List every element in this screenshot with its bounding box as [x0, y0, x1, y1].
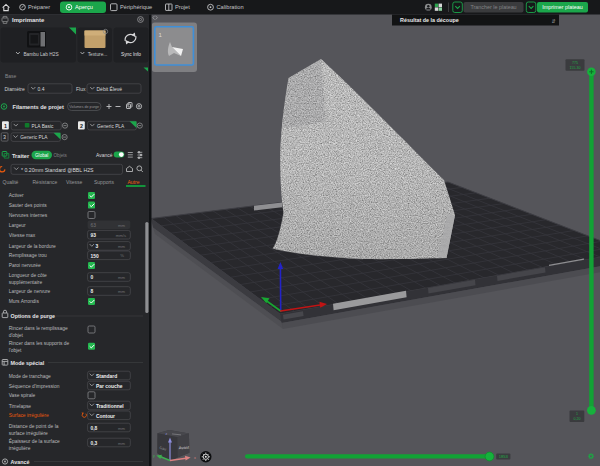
svg-text:0,8: 0,8: [91, 426, 98, 431]
svg-text:mm: mm: [118, 426, 125, 431]
svg-text:3: 3: [96, 244, 99, 249]
svg-text:Longueur de côte: Longueur de côte: [9, 273, 47, 278]
svg-text:Largeur de la bordure: Largeur de la bordure: [9, 244, 56, 249]
svg-text:93: 93: [91, 233, 97, 238]
svg-text:Vitesse: Vitesse: [66, 179, 83, 185]
svg-text:PLA Basic: PLA Basic: [32, 124, 54, 129]
svg-text:Generic PLA: Generic PLA: [97, 124, 125, 129]
svg-text:Objets: Objets: [54, 153, 68, 158]
svg-text:1853: 1853: [499, 454, 509, 459]
svg-text:Avant: Avant: [179, 445, 191, 451]
svg-text:* 0.20mm Standard @BBL H2S: * 0.20mm Standard @BBL H2S: [21, 167, 94, 173]
svg-text:8: 8: [91, 289, 94, 294]
svg-text:Sauter des points: Sauter des points: [9, 203, 48, 208]
svg-text:y: y: [153, 454, 155, 458]
svg-text:x: x: [194, 456, 196, 460]
svg-text:Texture...: Texture...: [88, 52, 108, 57]
svg-text:Paroi nervurée: Paroi nervurée: [9, 263, 41, 268]
svg-text:Débit Élevé: Débit Élevé: [97, 86, 123, 92]
svg-text:Préparer: Préparer: [28, 4, 50, 10]
svg-text:Contour: Contour: [96, 414, 115, 419]
svg-text:775: 775: [572, 61, 578, 65]
svg-text:Bambu Lab H2S: Bambu Lab H2S: [23, 52, 58, 57]
svg-text:Vase spirale: Vase spirale: [9, 393, 36, 398]
svg-text:mm/s: mm/s: [116, 233, 126, 238]
svg-text:Filaments de projet: Filaments de projet: [13, 104, 64, 110]
svg-text:Largeur: Largeur: [9, 223, 26, 228]
svg-text:Diamètre: Diamètre: [5, 86, 26, 92]
svg-text:Trancher le plateau: Trancher le plateau: [470, 4, 516, 10]
svg-text:l'objet: l'objet: [9, 348, 22, 353]
svg-text:Séquence d'impression: Séquence d'impression: [9, 384, 60, 389]
svg-text:Périphérique: Périphérique: [120, 4, 152, 10]
svg-text:Options de purge: Options de purge: [11, 313, 56, 319]
svg-text:Distance de point de la: Distance de point de la: [9, 424, 59, 429]
svg-text:mm: mm: [118, 441, 125, 446]
svg-text:⇵: ⇵: [552, 18, 556, 24]
svg-text:1: 1: [576, 412, 578, 416]
svg-text:150: 150: [91, 254, 99, 259]
svg-text:Standard: Standard: [96, 374, 117, 379]
svg-text:Mode spécial: Mode spécial: [11, 360, 45, 366]
svg-text:Generic PLA: Generic PLA: [20, 135, 48, 140]
svg-text:155.30: 155.30: [570, 66, 581, 70]
svg-text:Sync Info: Sync Info: [121, 52, 141, 57]
svg-text:Traditionnel: Traditionnel: [96, 404, 124, 409]
svg-text:surface irrégulière: surface irrégulière: [9, 431, 48, 436]
svg-text:Résultat de la découpe: Résultat de la découpe: [400, 17, 459, 23]
svg-text:0,20: 0,20: [573, 417, 580, 421]
svg-text:Activer: Activer: [9, 193, 24, 198]
svg-text:Aperçu: Aperçu: [75, 4, 93, 10]
svg-text:Surface irrégulière: Surface irrégulière: [9, 413, 49, 418]
svg-text:Par couche: Par couche: [96, 384, 123, 389]
svg-text:Supports: Supports: [94, 179, 115, 185]
svg-text:Projet: Projet: [175, 4, 190, 10]
svg-text:Volumes de purge: Volumes de purge: [69, 105, 99, 109]
svg-text:Calibration: Calibration: [217, 4, 244, 10]
svg-text:Épaisseur de la surface: Épaisseur de la surface: [9, 438, 60, 444]
svg-text:1: 1: [4, 123, 7, 129]
svg-text:63: 63: [91, 223, 97, 228]
svg-text:Remplissage trou: Remplissage trou: [9, 253, 47, 258]
svg-text:Rincer dans les supports de: Rincer dans les supports de: [9, 341, 70, 346]
svg-text:Global: Global: [35, 153, 48, 158]
svg-text:0: 0: [91, 275, 94, 280]
svg-text:Largeur de nervure: Largeur de nervure: [9, 289, 51, 294]
svg-text:%: %: [120, 253, 124, 258]
svg-text:Timelapse: Timelapse: [9, 404, 32, 409]
svg-text:0.4: 0.4: [38, 86, 45, 92]
svg-text:Flux: Flux: [76, 86, 86, 92]
svg-text:Avancé: Avancé: [11, 459, 30, 465]
svg-text:mm: mm: [118, 275, 125, 280]
svg-text:Traiter: Traiter: [12, 153, 30, 159]
svg-text:Qualité: Qualité: [3, 179, 19, 185]
svg-text:d'objet: d'objet: [9, 333, 24, 338]
svg-text:Murs Arrondis: Murs Arrondis: [9, 299, 40, 304]
svg-text:Imprimante: Imprimante: [12, 17, 45, 23]
svg-text:z: z: [166, 432, 168, 436]
svg-text:Nervures internes: Nervures internes: [9, 213, 48, 218]
svg-text:Autre: Autre: [128, 179, 140, 185]
svg-text:mm: mm: [118, 223, 125, 228]
svg-text:supplémentaire: supplémentaire: [9, 280, 43, 285]
svg-text:Mode de tranchage: Mode de tranchage: [9, 374, 51, 379]
svg-text:3: 3: [3, 134, 6, 140]
svg-text:Avancé: Avancé: [96, 152, 113, 158]
svg-text:0,3: 0,3: [91, 441, 98, 446]
svg-text:Imprimer plateau: Imprimer plateau: [542, 4, 582, 10]
svg-text:irrégulière: irrégulière: [9, 446, 31, 451]
svg-text:Rincer dans le remplissage: Rincer dans le remplissage: [9, 326, 68, 331]
svg-text:2: 2: [80, 123, 83, 129]
svg-text:Base: Base: [5, 73, 17, 79]
svg-text:Résistance: Résistance: [33, 179, 58, 185]
svg-text:mm: mm: [118, 244, 125, 249]
svg-text:Vitesse max: Vitesse max: [9, 233, 36, 238]
svg-text:mm: mm: [118, 289, 125, 294]
